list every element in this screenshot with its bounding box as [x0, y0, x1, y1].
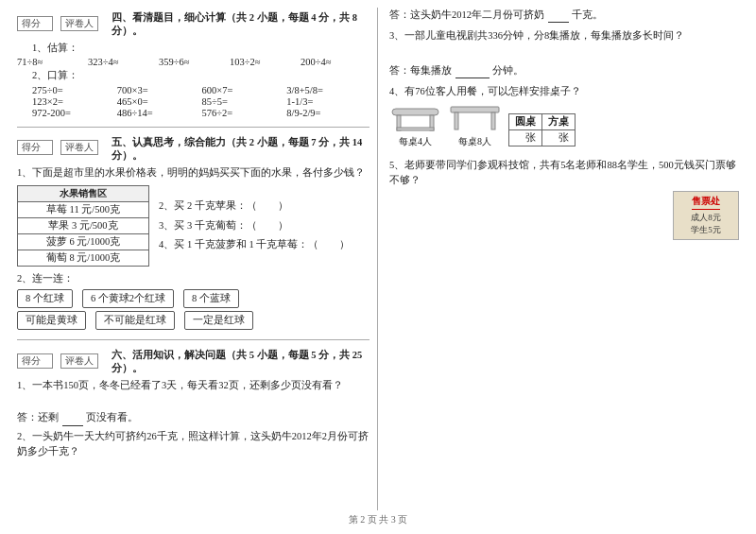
r-q3-text: 3、一部儿童电视剧共336分钟，分8集播放，每集播放多长时间？	[389, 28, 739, 43]
sub2-r2-c3: 85÷5=	[201, 96, 284, 107]
answer-boxes-row: 可能是黄球 不可能是红球 一定是红球	[17, 311, 369, 330]
r-q3-answer: 答：每集播放 分钟。	[389, 63, 739, 78]
fruit-q2: 3、买 3 千克葡萄：（ ）	[159, 218, 350, 233]
left-column: 得分 评卷人 四、看清题目，细心计算（共 2 小题，每题 4 分，共 8 分）。…	[17, 8, 378, 510]
fruit-item-0: 草莓 11 元/500克	[18, 201, 149, 217]
s6-q1-answer: 答：还剩 页没有看。	[17, 410, 369, 425]
sub2-row2: 123×2= 465×0= 85÷5= 1-1/3=	[32, 96, 369, 107]
svg-rect-0	[392, 109, 438, 115]
sub1-label: 1、估算：	[32, 41, 369, 56]
s5-q2-text: 2、连一连：	[17, 271, 369, 286]
r-q2-answer: 答：这头奶牛2012年二月份可挤奶 千克。	[389, 8, 739, 23]
answer-box-2: 一定是红球	[184, 311, 253, 330]
score-box-6: 得分	[17, 353, 53, 369]
fruit-table-header: 水果销售区	[18, 185, 149, 201]
score-box-4: 得分	[17, 16, 53, 31]
ball-box-0: 8 个红球	[17, 289, 73, 308]
balls-row: 8 个红球 6 个黄球2个红球 8 个蓝球	[17, 289, 369, 308]
sub2-r2-c2: 465×0=	[117, 96, 200, 107]
svg-rect-6	[491, 112, 495, 129]
sub2-r3-c3: 576÷2=	[201, 108, 284, 118]
r-q2-blank[interactable]	[548, 22, 569, 23]
prob-3: 359÷6≈	[159, 57, 228, 67]
sub2-r3-c4: 8/9-2/9=	[286, 108, 369, 118]
sub2-r1-c1: 275÷0=	[32, 85, 115, 95]
sub2-r1-c4: 3/8+5/8=	[286, 85, 369, 95]
sub2-row3: 972-200= 486÷14= 576÷2= 8/9-2/9=	[32, 108, 369, 118]
sub2-r3-c2: 486÷14=	[117, 108, 200, 118]
fruit-item-1: 苹果 3 元/500克	[18, 217, 149, 233]
score-row-5: 得分 评卷人	[17, 140, 106, 155]
fruit-item-2: 菠萝 6 元/1000克	[18, 233, 149, 250]
r-q3-blank[interactable]	[455, 78, 490, 78]
shop-adult-price: 成人8元	[691, 212, 721, 224]
answer-box-1: 不可能是红球	[95, 311, 175, 330]
svg-rect-3	[397, 128, 434, 130]
shop-image: 售票处 成人8元 学生5元	[673, 191, 739, 240]
fruit-table: 水果销售区 草莓 11 元/500克 苹果 3 元/500克 菠萝 6 元/10…	[17, 185, 149, 267]
furniture-ans-square[interactable]: 张	[541, 130, 575, 146]
s5-q1-text: 1、下面是超市里的水果价格表，明明的妈妈买买下面的水果，各付多少钱？	[17, 165, 369, 181]
svg-rect-4	[451, 107, 499, 112]
page: 得分 评卷人 四、看清题目，细心计算（共 2 小题，每题 4 分，共 8 分）。…	[0, 0, 756, 534]
table-label2: 每桌8人	[458, 135, 491, 148]
svg-rect-5	[455, 112, 458, 129]
section5: 得分 评卷人 五、认真思考，综合能力（共 2 小题，每题 7 分，共 14 分）…	[17, 132, 369, 333]
score-row-4: 得分 评卷人	[17, 16, 106, 31]
stool-figure: 每桌4人	[389, 105, 441, 148]
right-column: 答：这头奶牛2012年二月份可挤奶 千克。 3、一部儿童电视剧共336分钟，分8…	[378, 8, 739, 510]
section5-title: 五、认真思考，综合能力（共 2 小题，每题 7 分，共 14 分）。	[112, 136, 369, 163]
section6-title: 六、活用知识，解决问题（共 5 小题，每题 5 分，共 25 分）。	[112, 349, 369, 375]
evaluator-box-4: 评卷人	[60, 16, 98, 31]
sub2-row1: 275÷0= 700×3= 600×7= 3/8+5/8=	[32, 85, 369, 95]
ball-box-1: 6 个黄球2个红球	[82, 289, 174, 308]
furniture-answer-table: 圆桌 方桌 张 张	[508, 113, 576, 146]
sub2-r1-c2: 700×3=	[117, 85, 200, 95]
sub2-r2-c1: 123×2=	[32, 96, 115, 107]
furniture-ans-round[interactable]: 张	[508, 130, 541, 146]
r-q4-text: 4、有76位客人用餐，可以怎样安排桌子？	[389, 84, 739, 99]
stool-svg	[389, 105, 441, 135]
prob-1: 71÷8≈	[17, 57, 86, 67]
sub2-r2-c4: 1-1/3=	[286, 96, 369, 107]
evaluator-box-6: 评卷人	[60, 353, 98, 369]
sub2-label: 2、口算：	[32, 68, 369, 83]
score-row-6: 得分 评卷人	[17, 353, 106, 369]
q1-blank[interactable]	[62, 425, 83, 426]
fruit-q3: 4、买 1 千克菠萝和 1 千克草莓：（ ）	[159, 237, 350, 252]
s6-q2-text: 2、一头奶牛一天大约可挤约26千克，照这样计算，这头奶牛2012年2月份可挤奶多…	[17, 429, 369, 460]
furniture-col-round: 圆桌	[508, 114, 541, 130]
page-footer: 第 2 页 共 3 页	[17, 513, 739, 526]
prob-2: 323÷4≈	[88, 57, 157, 67]
sub1-problems: 71÷8≈ 323÷4≈ 359÷6≈ 103÷2≈ 200÷4≈	[17, 57, 369, 67]
ball-box-2: 8 个蓝球	[183, 289, 239, 308]
shop-student-price: 学生5元	[691, 224, 721, 236]
fruit-q1: 2、买 2 千克苹果：（ ）	[159, 198, 350, 214]
sub2-r3-c1: 972-200=	[32, 108, 115, 118]
section4-title: 四、看清题目，细心计算（共 2 小题，每题 4 分，共 8 分）。	[112, 11, 369, 38]
furniture-col-square: 方桌	[541, 114, 575, 130]
r-q5-block: 5、老师要带同学们参观科技馆，共有5名老师和88名学生，500元钱买门票够不够？…	[389, 158, 739, 278]
stool-label1: 每桌4人	[399, 135, 432, 148]
shop-title: 售票处	[692, 195, 720, 210]
score-box-5: 得分	[17, 140, 53, 155]
evaluator-box-5: 评卷人	[60, 140, 98, 155]
table-svg	[449, 105, 501, 135]
prob-5: 200÷4≈	[301, 57, 369, 67]
answer-box-0: 可能是黄球	[17, 311, 86, 330]
section4: 得分 评卷人 四、看清题目，细心计算（共 2 小题，每题 4 分，共 8 分）。…	[17, 8, 369, 119]
table-figure: 每桌8人	[449, 105, 501, 148]
prob-4: 103÷2≈	[230, 57, 299, 67]
sub2-r1-c3: 600×7=	[201, 85, 284, 95]
s6-q1-text: 1、一本书150页，冬冬已经看了3天，每天看32页，还剩多少页没有看？	[17, 378, 369, 393]
section6: 得分 评卷人 六、活用知识，解决问题（共 5 小题，每题 5 分，共 25 分）…	[17, 345, 369, 459]
r-q5-text: 5、老师要带同学们参观科技馆，共有5名老师和88名学生，500元钱买门票够不够？	[389, 158, 739, 189]
fruit-item-3: 葡萄 8 元/1000克	[18, 250, 149, 266]
